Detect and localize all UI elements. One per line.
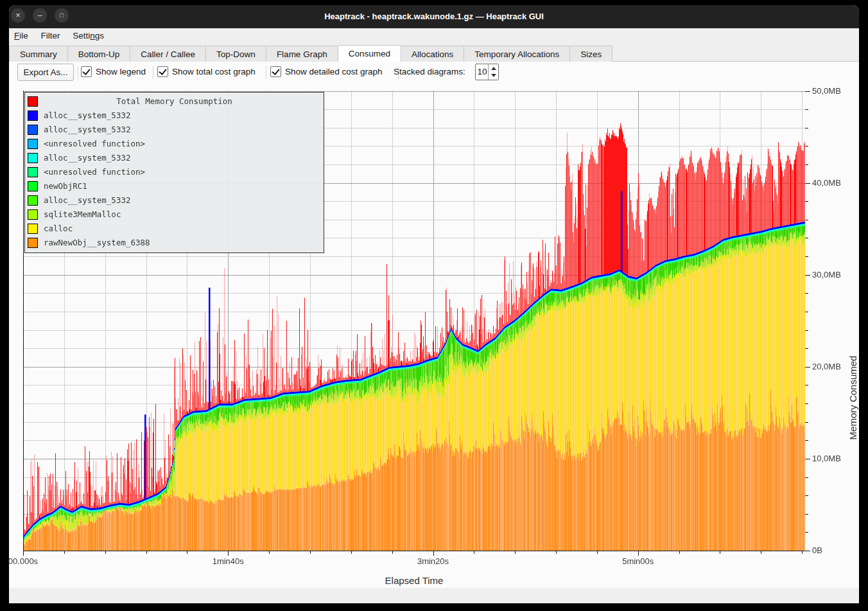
tab-flame-graph[interactable]: Flame Graph [266, 46, 338, 62]
legend-swatch [28, 139, 38, 149]
y-axis-title: Memory Consumed [847, 333, 860, 462]
legend-item: alloc__system_5332 [25, 123, 324, 137]
legend-swatch [28, 181, 38, 191]
tabbar: SummaryBottom-UpCaller / CalleeTop-DownF… [9, 45, 859, 62]
legend-swatch [28, 224, 38, 234]
legend-item: rawNewObj__system_6388 [25, 236, 324, 250]
legend-item: <unresolved function> [25, 137, 324, 151]
titlebar: × – □ Heaptrack - heaptrack.wakunode.1.g… [9, 5, 859, 28]
legend-swatch [28, 153, 38, 163]
spinbox-arrows[interactable] [488, 64, 498, 80]
x-tick-label: 5min00s [612, 556, 664, 566]
tab-top-down[interactable]: Top-Down [205, 46, 266, 62]
legend-label: calloc [44, 224, 73, 233]
stacked-diagrams-label: Stacked diagrams: [394, 67, 465, 76]
show-detailed-cost-label: Show detailed cost graph [285, 67, 383, 76]
menu-settings[interactable]: Settings [67, 28, 109, 40]
legend-swatch [28, 209, 38, 220]
legend-item: sqlite3MemMalloc [25, 208, 324, 222]
legend-label: alloc__system_5332 [44, 195, 130, 205]
stacked-diagrams-spinbox[interactable]: 10 [475, 64, 499, 80]
y-tick-label: 40,0MB [812, 178, 857, 188]
legend-label: alloc__system_5332 [44, 111, 130, 120]
export-as-button[interactable]: Export As... [17, 64, 74, 81]
legend-swatch [28, 195, 38, 206]
spin-down-icon [491, 74, 496, 77]
show-legend-label: Show legend [96, 67, 146, 76]
y-tick-label: 50,0MB [812, 86, 857, 96]
x-axis-title: Elapsed Time [363, 575, 465, 586]
stacked-diagrams-value: 10 [476, 64, 489, 80]
menubar: File Filter Settings [9, 28, 859, 45]
y-tick-label: 0B [812, 545, 857, 556]
show-legend-checkbox-box [81, 66, 92, 77]
legend-item: alloc__system_5332 [25, 109, 324, 123]
legend-label: <unresolved function> [44, 139, 145, 148]
show-total-cost-checkbox-box [157, 66, 168, 77]
legend-swatch [28, 167, 38, 177]
tab-caller-callee[interactable]: Caller / Callee [130, 46, 206, 62]
heaptrack-window: × – □ Heaptrack - heaptrack.wakunode.1.g… [9, 5, 859, 603]
legend-label: <unresolved function> [44, 167, 145, 177]
legend-label: rawNewObj__system_6388 [44, 238, 150, 247]
x-tick-label: 3min20s [408, 556, 459, 566]
legend-label: alloc__system_5332 [44, 125, 130, 134]
legend-title-row: Total Memory Consumption [25, 94, 324, 109]
tab-summary[interactable]: Summary [9, 46, 68, 62]
tab-bottom-up[interactable]: Bottom-Up [67, 46, 131, 62]
chart-legend: Total Memory Consumptionalloc__system_53… [24, 92, 324, 253]
legend-item: <unresolved function> [25, 165, 324, 179]
x-tick-label: 1min40s [202, 556, 254, 566]
legend-item: alloc__system_5332 [25, 193, 324, 208]
menu-filter[interactable]: Filter [36, 28, 65, 40]
show-detailed-cost-checkbox-box [270, 66, 281, 77]
y-tick-label: 30,0MB [812, 270, 857, 280]
tab-temporary-allocations[interactable]: Temporary Allocations [464, 46, 570, 62]
legend-title: Total Memory Consumption [25, 96, 324, 106]
toolbar: Export As... Show legend Show total cost… [9, 62, 859, 84]
legend-swatch [28, 125, 38, 135]
legend-swatch [28, 111, 38, 121]
tab-allocations[interactable]: Allocations [401, 46, 464, 62]
legend-swatch [28, 238, 38, 248]
chart-area: Total Memory Consumptionalloc__system_53… [9, 84, 859, 588]
legend-item: newObjRC1 [25, 179, 324, 193]
legend-label: sqlite3MemMalloc [44, 209, 121, 219]
show-total-cost-label: Show total cost graph [172, 67, 256, 76]
legend-label: newObjRC1 [44, 181, 87, 191]
legend-item: alloc__system_5332 [25, 151, 324, 165]
menu-file[interactable]: File [9, 28, 33, 40]
tab-consumed[interactable]: Consumed [338, 45, 401, 62]
spin-up-icon [491, 67, 496, 70]
window-title: Heaptrack - heaptrack.wakunode.1.gz — He… [9, 5, 859, 28]
tab-sizes[interactable]: Sizes [569, 46, 612, 62]
x-tick-label: 00.000s [0, 556, 49, 566]
legend-item: calloc [25, 222, 324, 236]
screen: × – □ Heaptrack - heaptrack.wakunode.1.g… [0, 0, 868, 611]
legend-label: alloc__system_5332 [44, 153, 130, 163]
